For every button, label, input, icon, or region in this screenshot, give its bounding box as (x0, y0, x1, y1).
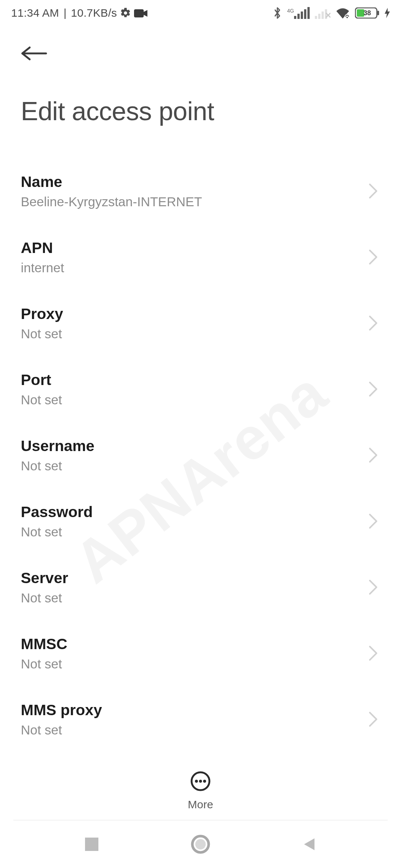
row-label: Password (21, 503, 93, 521)
row-label: Proxy (21, 305, 63, 323)
signal-bars-icon (294, 7, 310, 19)
signal-sim1: 4G (287, 7, 310, 19)
row-value: Not set (21, 657, 67, 671)
wifi-icon (336, 7, 350, 19)
svg-point-17 (199, 780, 202, 783)
back-button[interactable] (21, 41, 48, 68)
battery-percent-text: 38 (363, 9, 371, 17)
more-button[interactable]: More (188, 771, 213, 811)
page-title: Edit access point (21, 96, 380, 126)
nav-recents-button[interactable] (81, 834, 103, 856)
row-value: Not set (21, 525, 93, 539)
row-value: Not set (21, 723, 102, 737)
svg-point-18 (203, 780, 206, 783)
row-value: Not set (21, 326, 63, 341)
status-net-speed: 10.7KB/s (71, 7, 117, 19)
mobile-4g-label: 4G (287, 8, 294, 14)
chevron-right-icon (368, 513, 379, 529)
home-circle-icon (190, 834, 211, 856)
row-label: Server (21, 569, 68, 587)
row-value: Not set (21, 591, 68, 605)
camera-indicator-icon (134, 8, 147, 18)
row-port[interactable]: Port Not set (0, 356, 401, 422)
row-label: Name (21, 173, 202, 191)
status-left: 11:34 AM | 10.7KB/s (11, 7, 147, 19)
row-value: Not set (21, 458, 94, 473)
svg-rect-1 (294, 16, 296, 19)
svg-rect-0 (134, 9, 144, 17)
status-bar: 11:34 AM | 10.7KB/s 4G (0, 0, 401, 26)
row-label: APN (21, 239, 64, 257)
bottom-divider (13, 820, 388, 821)
svg-rect-13 (377, 11, 379, 15)
row-label: Port (21, 371, 62, 389)
svg-rect-4 (304, 9, 306, 19)
svg-rect-6 (315, 16, 317, 19)
row-value: Not set (21, 392, 62, 407)
row-apn[interactable]: APN internet (0, 224, 401, 290)
svg-rect-7 (318, 14, 320, 19)
svg-rect-3 (301, 11, 303, 19)
svg-rect-5 (307, 7, 310, 19)
signal-sim2-no-service-icon (315, 7, 330, 19)
svg-point-16 (195, 780, 198, 783)
status-time: 11:34 AM (11, 7, 59, 19)
row-mmsc[interactable]: MMSC Not set (0, 620, 401, 686)
row-label: MMSC (21, 635, 67, 653)
row-name[interactable]: Name Beeline-Kyrgyzstan-INTERNET (0, 158, 401, 224)
chevron-right-icon (368, 447, 379, 463)
row-value: internet (21, 260, 64, 275)
chevron-right-icon (368, 249, 379, 265)
status-divider: | (63, 7, 66, 19)
charging-bolt-icon (385, 8, 390, 18)
row-label: MMS proxy (21, 701, 102, 719)
chevron-right-icon (368, 645, 379, 661)
settings-list: Name Beeline-Kyrgyzstan-INTERNET APN int… (0, 158, 401, 752)
svg-point-11 (346, 17, 348, 18)
svg-rect-2 (297, 14, 300, 19)
more-label: More (188, 798, 213, 811)
nav-home-button[interactable] (189, 834, 212, 856)
chevron-right-icon (368, 381, 379, 397)
row-username[interactable]: Username Not set (0, 422, 401, 488)
svg-point-21 (195, 839, 206, 849)
chevron-right-icon (368, 579, 379, 595)
nav-back-button[interactable] (298, 834, 320, 856)
row-label: Username (21, 437, 94, 455)
header: Edit access point (0, 26, 401, 126)
svg-rect-8 (322, 11, 324, 19)
svg-rect-19 (85, 838, 98, 851)
status-right: 4G (273, 6, 390, 20)
back-triangle-icon (301, 836, 317, 854)
row-password[interactable]: Password Not set (0, 488, 401, 554)
recents-square-icon (84, 836, 100, 854)
settings-activity-icon (120, 7, 131, 19)
more-ellipsis-icon (190, 771, 211, 793)
row-server[interactable]: Server Not set (0, 554, 401, 620)
chevron-right-icon (368, 711, 379, 727)
bluetooth-icon (273, 6, 282, 20)
row-value: Beeline-Kyrgyzstan-INTERNET (21, 194, 202, 209)
back-arrow-icon (21, 46, 48, 62)
row-proxy[interactable]: Proxy Not set (0, 290, 401, 356)
chevron-right-icon (368, 315, 379, 331)
battery-icon: 38 (355, 7, 379, 19)
bottom-action-bar: More (0, 761, 401, 821)
chevron-right-icon (368, 183, 379, 199)
system-nav-bar (0, 822, 401, 868)
